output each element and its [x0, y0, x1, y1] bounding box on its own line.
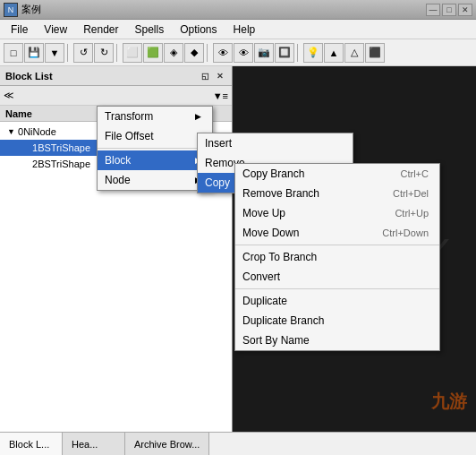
ctx3-croptobranch[interactable]: Crop To Branch: [235, 247, 439, 267]
minimize-button[interactable]: —: [426, 4, 440, 16]
up1[interactable]: ▲: [324, 43, 344, 63]
tree-item-name3: BSTriShape: [38, 159, 90, 169]
panel-header: Block List ◱ ✕: [0, 66, 232, 86]
sep3: [207, 44, 210, 62]
menu-spells[interactable]: Spells: [128, 21, 172, 38]
ctx3-moveup[interactable]: Move Up Ctrl+Up: [235, 203, 439, 223]
tree-item-name: NiNode: [23, 126, 56, 137]
ctx3-duplicatebranch[interactable]: Duplicate Branch: [235, 311, 439, 331]
menu-bar: File View Render Spells Options Help: [0, 20, 476, 39]
panel-title: Block List: [5, 71, 53, 82]
menu-view[interactable]: View: [37, 21, 74, 38]
watermark-sub: 九游: [431, 390, 467, 414]
shortcut-moveup: Ctrl+Up: [395, 208, 429, 219]
title-bar: N 案例 — □ ✕: [0, 0, 476, 20]
view1[interactable]: 👁: [213, 43, 233, 63]
close-button[interactable]: ✕: [458, 4, 472, 16]
menu-options[interactable]: Options: [173, 21, 224, 38]
app-icon: N: [4, 3, 18, 17]
status-tab-block[interactable]: Block L...: [0, 433, 63, 456]
ctx1-fileoffset[interactable]: File Offset: [98, 126, 212, 146]
shortcut-removebranch: Ctrl+Del: [393, 188, 429, 199]
menu-help[interactable]: Help: [226, 21, 263, 38]
tool3[interactable]: ◈: [164, 43, 183, 63]
ctx3-copybranch[interactable]: Copy Branch Ctrl+C: [235, 164, 439, 184]
panel-toolbar: ≪ ▼≡: [0, 86, 232, 106]
window-title: 案例: [21, 3, 41, 16]
context-menu-3: Copy Branch Ctrl+C Remove Branch Ctrl+De…: [234, 163, 440, 351]
panel-float-icon[interactable]: ◱: [199, 70, 211, 82]
menu-render[interactable]: Render: [76, 21, 125, 38]
ctx1-transform[interactable]: Transform ▶: [98, 107, 212, 126]
title-bar-left: N 案例: [4, 3, 41, 17]
misc[interactable]: ⬛: [365, 43, 385, 63]
save-dropdown[interactable]: ▼: [45, 43, 64, 63]
ctx1-sep: [98, 148, 212, 149]
shortcut-copybranch: Ctrl+C: [401, 168, 429, 179]
ctx3-movedown[interactable]: Move Down Ctrl+Down: [235, 223, 439, 243]
status-tab-archive[interactable]: Archive Brow...: [125, 433, 209, 456]
sep2: [116, 44, 120, 62]
sep4: [297, 44, 301, 62]
submenu-arrow: ▶: [195, 112, 201, 121]
ctx3-sep2: [235, 288, 439, 289]
tool1[interactable]: ⬜: [123, 43, 142, 63]
panel-toolbar-sort: ▼≡: [213, 90, 228, 101]
cam2[interactable]: 🔲: [275, 43, 294, 63]
ctx1-block[interactable]: Block ▶: [98, 150, 212, 170]
status-bar: Block L... Hea... Archive Brow...: [0, 432, 476, 455]
maximize-button[interactable]: □: [442, 4, 456, 16]
shortcut-movedown: Ctrl+Down: [382, 228, 429, 238]
ctx2-insert[interactable]: Insert: [198, 133, 353, 153]
ctx3-removebranch[interactable]: Remove Branch Ctrl+Del: [235, 184, 439, 203]
cam1[interactable]: 📷: [254, 43, 274, 63]
status-tab-hea[interactable]: Hea...: [63, 433, 125, 456]
undo-button[interactable]: ↺: [73, 43, 93, 63]
up2[interactable]: △: [344, 43, 364, 63]
ctx3-sortbyname[interactable]: Sort By Name: [235, 331, 439, 350]
menu-file[interactable]: File: [4, 21, 35, 38]
ctx3-sep: [235, 245, 439, 245]
expand-arrow: ▼: [7, 127, 18, 136]
toolbar: □ 💾 ▼ ↺ ↻ ⬜ 🟩 ◈ ◆ 👁 👁 📷 🔲 💡 ▲ △ ⬛: [0, 39, 476, 66]
save-button[interactable]: 💾: [24, 43, 44, 63]
light1[interactable]: 💡: [303, 43, 323, 63]
title-bar-controls[interactable]: — □ ✕: [426, 4, 472, 16]
ctx1-node[interactable]: Node ▶: [98, 170, 212, 190]
redo-button[interactable]: ↻: [94, 43, 114, 63]
panel-header-icons: ◱ ✕: [199, 70, 226, 82]
tool2[interactable]: 🟩: [143, 43, 163, 63]
view2[interactable]: 👁: [234, 43, 253, 63]
panel-close-icon[interactable]: ✕: [214, 70, 226, 82]
context-menu-1: Transform ▶ File Offset Block ▶ Node ▶: [97, 106, 213, 191]
tool4[interactable]: ◆: [184, 43, 204, 63]
sep1: [67, 44, 71, 62]
ctx3-duplicate[interactable]: Duplicate: [235, 291, 439, 311]
ctx3-convert[interactable]: Convert: [235, 267, 439, 287]
new-button[interactable]: □: [4, 43, 23, 63]
panel-toolbar-arrows: ≪: [4, 90, 14, 101]
tree-item-name2: BSTriShape: [38, 142, 90, 153]
